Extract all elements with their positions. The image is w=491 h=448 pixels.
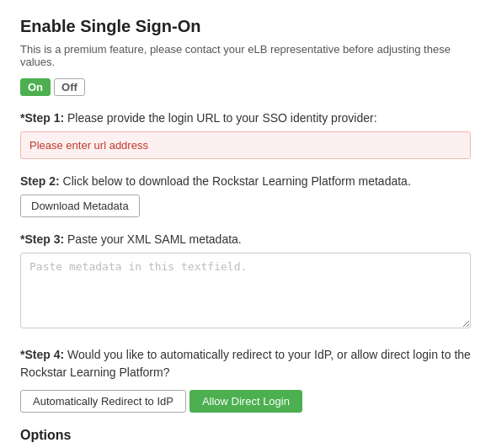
download-metadata-button[interactable]: Download Metadata [20, 195, 140, 217]
page-subtitle: This is a premium feature, please contac… [20, 43, 471, 68]
step4-label: *Step 4: Would you like to automatically… [20, 346, 471, 381]
redirect-buttons-row: Automatically Redirect to IdP Allow Dire… [20, 390, 471, 413]
step2-text: Click below to download the Rockstar Lea… [60, 174, 411, 188]
step4-block: *Step 4: Would you like to automatically… [20, 346, 471, 413]
metadata-textarea[interactable] [20, 253, 471, 328]
main-toggle-off[interactable]: Off [54, 78, 85, 96]
step4-bold: *Step 4: [20, 348, 64, 361]
auto-redirect-button[interactable]: Automatically Redirect to IdP [20, 390, 186, 413]
step4-text: Would you like to automatically redirect… [20, 348, 471, 379]
options-section: Options On Off Allow SSO authentication … [20, 428, 471, 448]
main-toggle-row: On Off [20, 78, 471, 96]
step1-bold: *Step 1: [20, 111, 64, 125]
step3-bold: *Step 3: [20, 232, 64, 246]
options-title: Options [20, 428, 471, 443]
page-title: Enable Single Sign-On [20, 17, 471, 36]
main-toggle-on[interactable]: On [20, 78, 51, 96]
allow-direct-login-button[interactable]: Allow Direct Login [189, 390, 302, 413]
step3-text: Paste your XML SAML metadata. [64, 232, 242, 246]
url-input[interactable] [20, 131, 471, 159]
step1-label: *Step 1: Please provide the login URL to… [20, 111, 471, 125]
step2-bold: Step 2: [20, 174, 60, 188]
step2-label: Step 2: Click below to download the Rock… [20, 174, 471, 188]
step1-text: Please provide the login URL to your SSO… [64, 111, 376, 125]
step3-label: *Step 3: Paste your XML SAML metadata. [20, 232, 471, 246]
step3-block: *Step 3: Paste your XML SAML metadata. [20, 232, 471, 331]
step2-block: Step 2: Click below to download the Rock… [20, 174, 471, 217]
step1-block: *Step 1: Please provide the login URL to… [20, 111, 471, 159]
